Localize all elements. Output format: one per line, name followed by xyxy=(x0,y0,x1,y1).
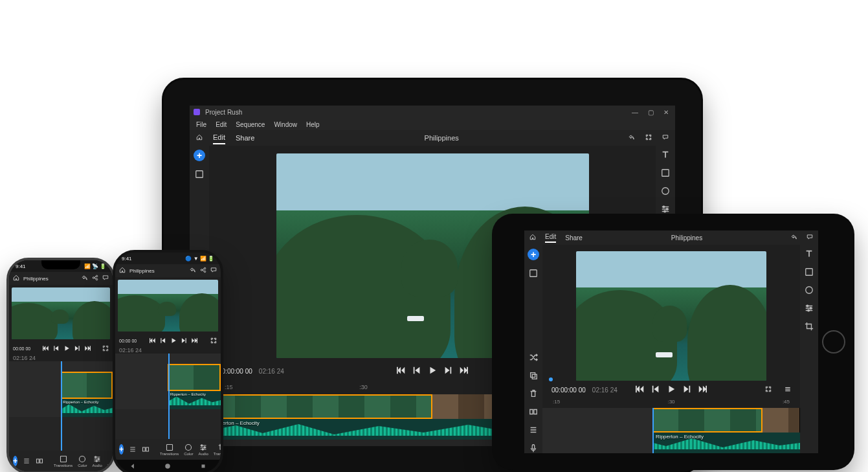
menu-icon[interactable] xyxy=(785,386,791,394)
comment-icon[interactable] xyxy=(807,234,813,242)
audio-button[interactable]: Audio xyxy=(92,455,102,467)
add-media-button[interactable]: + xyxy=(119,444,124,455)
play-button[interactable] xyxy=(63,345,70,352)
prev-frame-button[interactable] xyxy=(651,385,660,395)
progress-dot[interactable] xyxy=(549,377,553,381)
titles-icon[interactable] xyxy=(660,150,671,160)
menu-sequence[interactable]: Sequence xyxy=(236,121,265,128)
transform-icon[interactable] xyxy=(804,321,814,332)
media-panel-icon[interactable] xyxy=(194,169,205,179)
fullscreen-icon[interactable] xyxy=(765,386,772,394)
tablet-home-button[interactable] xyxy=(822,330,845,354)
transitions-button[interactable]: Transitions xyxy=(54,455,72,467)
audio-track[interactable]: Ripperton – Echocity xyxy=(542,433,800,453)
first-frame-button[interactable] xyxy=(150,337,156,344)
video-preview[interactable] xyxy=(576,251,767,381)
comment-icon[interactable] xyxy=(662,134,669,142)
timeline-tools-icon[interactable] xyxy=(142,445,150,453)
home-icon[interactable] xyxy=(13,275,19,282)
time-ruler[interactable]: :15 :30 :45 xyxy=(542,399,800,408)
audio-icon[interactable] xyxy=(660,204,671,214)
separate-icon[interactable] xyxy=(528,407,539,417)
tab-edit[interactable]: Edit xyxy=(213,133,225,144)
prev-frame-button[interactable] xyxy=(160,337,166,344)
comment-icon[interactable] xyxy=(210,267,217,275)
share-icon[interactable] xyxy=(92,275,98,282)
android-home-button[interactable] xyxy=(164,460,171,472)
video-preview[interactable] xyxy=(118,280,218,332)
video-clip[interactable] xyxy=(168,364,221,391)
transform-button[interactable]: Transform xyxy=(214,444,223,456)
undo-icon[interactable] xyxy=(82,275,88,282)
add-media-button[interactable]: + xyxy=(13,456,17,466)
tab-share[interactable]: Share xyxy=(236,134,254,142)
next-frame-button[interactable] xyxy=(74,345,80,352)
play-button[interactable] xyxy=(170,337,177,344)
next-frame-button[interactable] xyxy=(682,385,691,395)
trash-icon[interactable] xyxy=(528,388,539,399)
last-frame-button[interactable] xyxy=(191,337,197,344)
tab-edit[interactable]: Edit xyxy=(545,233,556,243)
prev-frame-button[interactable] xyxy=(412,366,421,376)
color-icon[interactable] xyxy=(660,186,671,196)
duplicate-icon[interactable] xyxy=(528,370,539,381)
last-frame-button[interactable] xyxy=(84,345,91,352)
menu-help[interactable]: Help xyxy=(306,121,320,128)
video-track[interactable] xyxy=(542,408,800,433)
audio-icon[interactable] xyxy=(804,303,814,313)
last-frame-button[interactable] xyxy=(698,385,707,395)
fullscreen-icon[interactable] xyxy=(645,134,652,142)
menu-window[interactable]: Window xyxy=(274,121,297,128)
home-icon[interactable] xyxy=(529,234,536,242)
list-icon[interactable] xyxy=(528,425,539,435)
color-icon[interactable] xyxy=(804,285,814,295)
playhead[interactable] xyxy=(652,408,654,453)
add-media-button[interactable]: + xyxy=(194,150,205,161)
timeline-tools-icon[interactable] xyxy=(36,457,43,465)
tracks-icon[interactable] xyxy=(129,445,137,453)
window-close-button[interactable]: ✕ xyxy=(661,109,671,116)
add-media-button[interactable]: + xyxy=(528,249,539,260)
comment-icon[interactable] xyxy=(102,275,109,282)
undo-icon[interactable] xyxy=(791,234,797,242)
home-icon[interactable] xyxy=(196,134,203,142)
undo-icon[interactable] xyxy=(190,267,196,275)
menu-file[interactable]: File xyxy=(196,121,206,128)
share-icon[interactable] xyxy=(200,267,206,275)
next-frame-button[interactable] xyxy=(181,337,187,344)
window-maximize-button[interactable]: ▢ xyxy=(645,109,656,116)
timeline[interactable]: Ripperton – Echocity xyxy=(9,361,113,451)
video-clip[interactable] xyxy=(209,394,432,419)
play-button[interactable] xyxy=(667,385,676,395)
fullscreen-icon[interactable] xyxy=(210,337,217,344)
media-panel-icon[interactable] xyxy=(528,268,539,278)
transitions-icon[interactable] xyxy=(660,168,671,178)
next-frame-button[interactable] xyxy=(443,366,452,376)
first-frame-button[interactable] xyxy=(397,366,406,376)
color-button[interactable]: Color xyxy=(78,455,87,467)
color-button[interactable]: Color xyxy=(184,444,193,456)
undo-icon[interactable] xyxy=(629,134,635,142)
home-icon[interactable] xyxy=(119,267,126,275)
fullscreen-icon[interactable] xyxy=(102,345,109,352)
titles-icon[interactable] xyxy=(804,249,814,259)
last-frame-button[interactable] xyxy=(459,366,468,376)
mic-icon[interactable] xyxy=(528,443,539,453)
audio-button[interactable]: Audio xyxy=(198,444,208,456)
video-preview[interactable] xyxy=(12,287,110,339)
shuffle-icon[interactable] xyxy=(528,352,539,363)
video-clip[interactable] xyxy=(762,408,800,433)
playhead[interactable] xyxy=(168,354,170,439)
video-clip[interactable] xyxy=(61,372,113,399)
transitions-button[interactable]: Transitions xyxy=(160,444,179,456)
transitions-icon[interactable] xyxy=(804,267,814,277)
tab-share[interactable]: Share xyxy=(565,234,583,242)
android-recents-button[interactable] xyxy=(200,460,206,472)
play-button[interactable] xyxy=(428,366,437,376)
timeline[interactable]: Ripperton – Echocity xyxy=(115,354,221,439)
video-clip[interactable] xyxy=(652,408,763,433)
playhead[interactable] xyxy=(61,361,62,451)
menu-edit[interactable]: Edit xyxy=(216,121,227,128)
prev-frame-button[interactable] xyxy=(53,345,60,352)
window-minimize-button[interactable]: — xyxy=(630,109,640,116)
